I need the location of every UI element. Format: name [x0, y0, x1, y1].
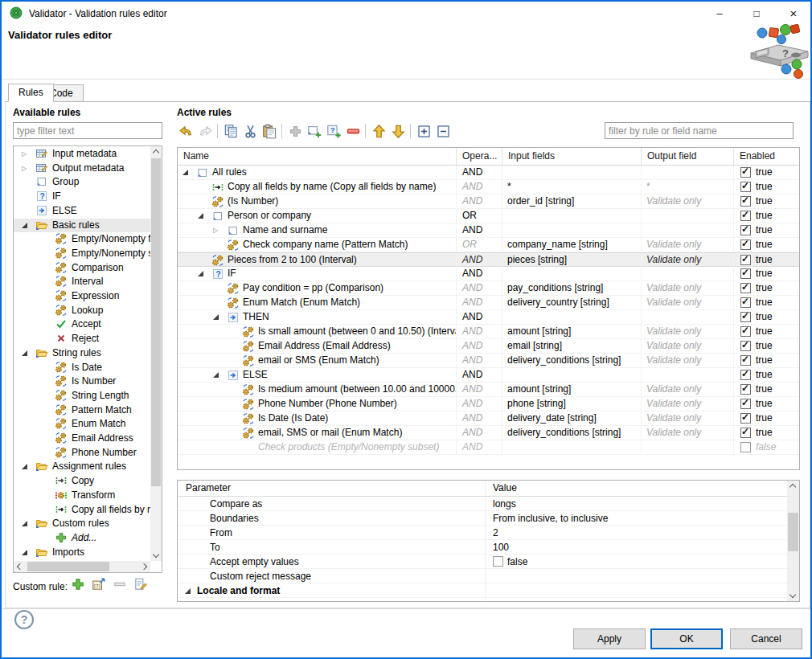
remove-custom-button[interactable]	[113, 577, 130, 595]
parameters-vscroll-thumb[interactable]	[788, 513, 798, 551]
column-header-operator[interactable]: Opera...	[457, 148, 502, 165]
toolbar-collapse-all-button[interactable]	[434, 122, 452, 140]
tree-item-is-date[interactable]: Is Date	[14, 361, 150, 375]
tree-vscrollbar[interactable]	[150, 146, 162, 561]
toolbar-paste-button[interactable]	[260, 122, 278, 140]
tree-item-input-metadata[interactable]: ▷Input metadata	[14, 147, 150, 161]
tree-item-copy-all-fields-by-na[interactable]: Copy all fields by na	[14, 503, 150, 517]
tree-item-empty-nonempty-s[interactable]: Empty/Nonempty s	[14, 247, 150, 260]
expander-expanded-icon[interactable]	[22, 546, 33, 560]
tree-scroll-down-icon[interactable]	[150, 550, 162, 561]
checkbox-checked-icon[interactable]: ✓	[740, 268, 751, 279]
toolbar-remove-button[interactable]	[344, 122, 362, 140]
parameter-row-to[interactable]: To100	[178, 540, 787, 555]
checkbox-checked-icon[interactable]: ✓	[740, 297, 751, 308]
checkbox-unchecked-icon[interactable]	[740, 442, 751, 452]
tree-vscroll-thumb[interactable]	[151, 158, 161, 486]
tree-item-phone-number[interactable]: Phone Number	[14, 446, 150, 460]
checkbox-checked-icon[interactable]: ✓	[740, 182, 751, 192]
rule-row-email-or-sms-enum-match[interactable]: email or SMS (Enum Match)ANDdelivery_con…	[178, 354, 799, 368]
tree-scroll-up-icon[interactable]	[150, 146, 162, 158]
expander-expanded-icon[interactable]	[213, 310, 224, 325]
rule-row-all-rules[interactable]: All rulesAND✓true	[178, 166, 799, 180]
tree-item-add[interactable]: Add...	[14, 531, 150, 545]
expander-expanded-icon[interactable]	[198, 267, 209, 281]
tab-rules[interactable]: Rules	[8, 84, 54, 102]
rule-row-check-company-name-pattern-match[interactable]: Check company name (Pattern Match)ORcomp…	[178, 238, 799, 252]
rule-row-is-medium-amount-between-10-00-and-10000-0[interactable]: Is medium amount (between 10.00 and 1000…	[178, 383, 799, 397]
parameters-vscrollbar[interactable]	[787, 481, 799, 601]
toolbar-add-group-button[interactable]	[306, 122, 323, 140]
expander-expanded-icon[interactable]	[22, 517, 33, 531]
toolbar-add-condition-button[interactable]: ?	[325, 122, 342, 140]
rule-row-is-number[interactable]: (Is Number)ANDorder_id [string]Validate …	[178, 194, 799, 209]
ok-button[interactable]: OK	[650, 628, 723, 649]
checkbox-checked-icon[interactable]: ✓	[740, 370, 751, 380]
rule-row-pieces-from-2-to-100-interval[interactable]: Pieces from 2 to 100 (Interval)ANDpieces…	[178, 252, 799, 267]
tree-item-string-length[interactable]: String Length	[14, 389, 150, 403]
column-header-output-field[interactable]: Output field	[642, 148, 734, 165]
expander-expanded-icon[interactable]	[182, 166, 194, 180]
tree-item-empty-nonempty-f[interactable]: Empty/Nonempty f	[14, 232, 150, 246]
active-filter-input[interactable]	[605, 122, 794, 139]
column-header-input-fields[interactable]: Input fields	[502, 148, 642, 165]
rule-row-enum-match-enum-match[interactable]: Enum Match (Enum Match)ANDdelivery_count…	[178, 296, 799, 310]
parameter-value[interactable]: From inclusive, to inclusive	[493, 511, 608, 526]
tree-scroll-left-icon[interactable]	[14, 561, 25, 572]
rule-row-pay-condition-pp-comparison[interactable]: Pay condition = pp (Comparison)ANDpay_co…	[178, 281, 799, 296]
checkbox-checked-icon[interactable]: ✓	[740, 239, 751, 250]
available-filter-input[interactable]	[13, 122, 162, 139]
checkbox-checked-icon[interactable]: ✓	[740, 413, 751, 424]
tree-item-accept[interactable]: Accept	[14, 317, 150, 331]
column-header-enabled[interactable]: Enabled	[734, 148, 799, 165]
tree-item-group[interactable]: Group	[14, 175, 150, 189]
title-bar[interactable]: Validator - Validation rules editor – □ …	[2, 2, 810, 26]
rename-custom-button[interactable]	[133, 577, 151, 595]
column-header-name[interactable]: Name	[178, 148, 457, 165]
checkbox-checked-icon[interactable]: ✓	[740, 399, 751, 409]
toolbar-undo-button[interactable]	[177, 122, 195, 140]
rule-row-phone-number-phone-number[interactable]: Phone Number (Phone Number)ANDphone [str…	[178, 397, 799, 411]
expander-collapsed-icon[interactable]: ▷	[22, 162, 33, 175]
checkbox-unchecked-icon[interactable]	[493, 556, 503, 567]
tree-hscrollbar[interactable]	[14, 561, 150, 572]
help-button[interactable]: ?	[14, 610, 34, 629]
tree-item-is-number[interactable]: Is Number	[14, 375, 150, 388]
expander-expanded-icon[interactable]	[22, 460, 33, 474]
parameter-value[interactable]: false	[493, 555, 527, 569]
tree-item-else[interactable]: ELSE	[14, 204, 150, 218]
add-ctl-button[interactable]: CTL	[92, 577, 109, 595]
parameter-value[interactable]: 2	[493, 526, 498, 540]
expander-expanded-icon[interactable]	[198, 209, 209, 223]
toolbar-move-up-button[interactable]	[370, 122, 388, 140]
checkbox-checked-icon[interactable]: ✓	[740, 428, 751, 438]
checkbox-checked-icon[interactable]: ✓	[740, 211, 751, 221]
checkbox-checked-icon[interactable]: ✓	[740, 167, 751, 178]
rule-row-name-and-surname[interactable]: ▷Name and surnameAND✓true	[178, 223, 799, 238]
expander-collapsed-icon[interactable]: ▷	[22, 147, 33, 161]
tree-item-lookup[interactable]: Lookup	[14, 304, 150, 317]
parameter-row-compare-as[interactable]: Compare aslongs	[178, 497, 787, 511]
expander-expanded-icon[interactable]	[185, 588, 191, 594]
tree-item-basic-rules[interactable]: Basic rules	[14, 219, 150, 232]
tree-hscroll-thumb[interactable]	[27, 562, 109, 571]
parameter-row-boundaries[interactable]: BoundariesFrom inclusive, to inclusive	[178, 511, 787, 526]
add-custom-button[interactable]	[71, 577, 88, 595]
rule-row-email-address-email-address[interactable]: Email Address (Email Address)ANDemail [s…	[178, 339, 799, 354]
rule-row-copy-all-fields-by-name-copy-all-fields-by-name[interactable]: Copy all fields by name (Copy all fields…	[178, 180, 799, 194]
tree-item-reject[interactable]: Reject	[14, 332, 150, 346]
tree-item-imports[interactable]: Imports	[14, 546, 150, 559]
checkbox-checked-icon[interactable]: ✓	[740, 326, 751, 337]
tree-item-email-address[interactable]: Email Address	[14, 432, 150, 445]
checkbox-checked-icon[interactable]: ✓	[740, 225, 751, 235]
tree-item-if[interactable]: ?IF	[14, 190, 150, 203]
minimize-button[interactable]: –	[701, 2, 738, 26]
cancel-button[interactable]: Cancel	[730, 628, 802, 649]
toolbar-cut-button[interactable]	[241, 122, 259, 140]
parameter-row-accept-empty-values[interactable]: Accept empty valuesfalse	[178, 555, 787, 569]
parameters-scroll-down-icon[interactable]	[787, 590, 798, 601]
rule-row-then[interactable]: THENAND✓true	[178, 310, 799, 325]
apply-button[interactable]: Apply	[573, 628, 646, 649]
expander-expanded-icon[interactable]	[22, 219, 33, 233]
tree-item-interval[interactable]: Interval	[14, 275, 150, 289]
